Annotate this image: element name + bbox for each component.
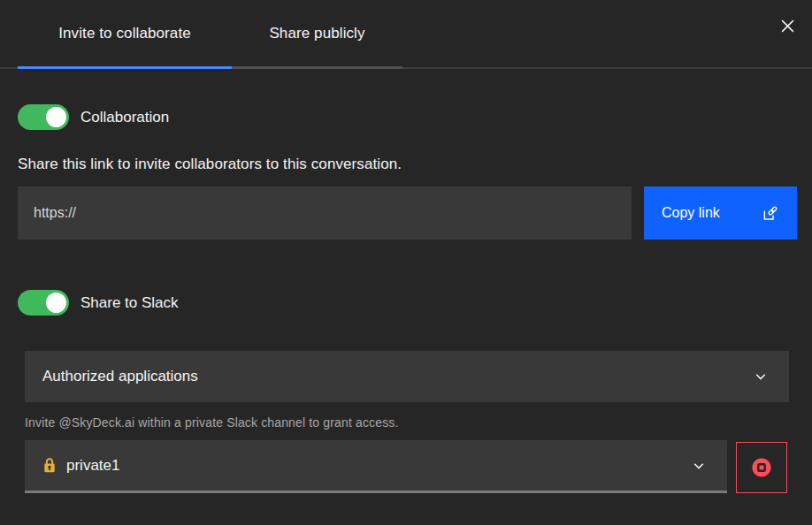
channel-value: private1 bbox=[66, 457, 119, 475]
chevron-down-icon bbox=[692, 459, 706, 473]
slack-channel-dropdown[interactable]: private1 bbox=[25, 440, 727, 493]
slack-section: Authorized applications Invite @SkyDeck.… bbox=[25, 351, 812, 493]
modal-content: Collaboration Share this link to invite … bbox=[0, 104, 812, 493]
share-modal: { "window": { "close_label": "close" }, … bbox=[0, 0, 812, 525]
tab-list: Invite to collaborate Share publicly bbox=[18, 0, 812, 69]
authorized-applications-value: Authorized applications bbox=[42, 368, 198, 385]
slack-helper-text: Invite @SkyDeck.ai within a private Slac… bbox=[25, 415, 812, 430]
slack-toggle-row: Share to Slack bbox=[18, 290, 812, 316]
stop-icon bbox=[751, 457, 772, 478]
share-link-input[interactable] bbox=[18, 186, 632, 240]
close-icon bbox=[780, 19, 795, 34]
toggle-knob bbox=[46, 293, 66, 313]
close-button[interactable] bbox=[774, 12, 801, 39]
tab-share-label: Share publicly bbox=[269, 25, 364, 42]
tab-share-publicly[interactable]: Share publicly bbox=[232, 0, 402, 69]
channel-value-group: private1 bbox=[42, 457, 119, 475]
tabs-bar: Invite to collaborate Share publicly bbox=[0, 0, 812, 69]
copy-link-button[interactable]: Copy link bbox=[644, 186, 797, 240]
lock-icon bbox=[42, 457, 57, 474]
authorized-applications-dropdown[interactable]: Authorized applications bbox=[25, 351, 789, 402]
share-link-description: Share this link to invite collaborators … bbox=[18, 156, 812, 173]
tab-invite-label: Invite to collaborate bbox=[58, 25, 191, 42]
remove-channel-button[interactable] bbox=[736, 442, 787, 493]
share-to-slack-toggle[interactable] bbox=[18, 290, 69, 316]
tab-invite-to-collaborate[interactable]: Invite to collaborate bbox=[18, 0, 232, 69]
copy-link-icon bbox=[761, 204, 779, 223]
channel-row: private1 bbox=[25, 440, 812, 493]
chevron-down-icon bbox=[754, 369, 768, 384]
copy-link-label: Copy link bbox=[662, 205, 720, 221]
slack-toggle-label: Share to Slack bbox=[80, 294, 179, 312]
collaboration-toggle-row: Collaboration bbox=[18, 104, 812, 130]
collaboration-toggle-label: Collaboration bbox=[80, 109, 169, 126]
collaboration-toggle[interactable] bbox=[18, 104, 69, 130]
link-row: Copy link bbox=[18, 186, 812, 240]
toggle-knob bbox=[46, 107, 66, 127]
